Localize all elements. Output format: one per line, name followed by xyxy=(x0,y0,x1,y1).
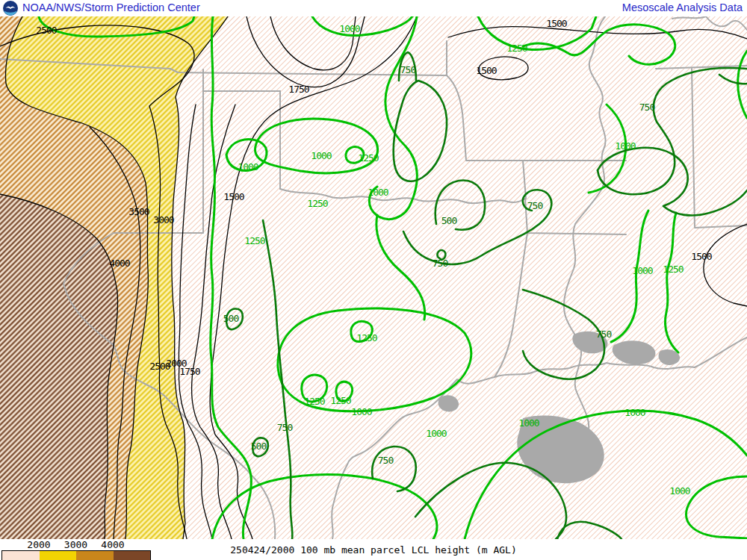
noaa-logo-icon xyxy=(3,1,18,16)
analysis-map-image[interactable] xyxy=(0,0,747,560)
region-over-4000 xyxy=(0,194,118,539)
spc-header-link[interactable]: NOAA/NWS/Storm Prediction Center xyxy=(22,1,200,13)
mesoscale-analysis-title[interactable]: Mesoscale Analysis Data xyxy=(622,1,743,13)
page-header: NOAA/NWS/Storm Prediction Center Mesosca… xyxy=(0,0,747,16)
bottom-bar: 200030004000 250424/2000 100 mb mean par… xyxy=(0,539,747,560)
map-caption: 250424/2000 100 mb mean parcel LCL heigh… xyxy=(0,544,747,556)
